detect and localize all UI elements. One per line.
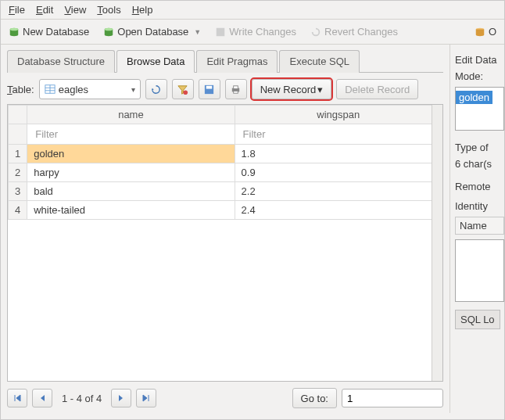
identity-label: Identity <box>455 200 504 212</box>
menu-file[interactable]: File <box>9 4 25 16</box>
row-number[interactable]: 2 <box>9 163 27 182</box>
filter-wingspan-cell[interactable] <box>235 124 442 145</box>
mode-label: Mode: <box>455 70 504 82</box>
delete-record-button: Delete Record <box>336 79 418 99</box>
write-changes-label: Write Changes <box>229 26 296 38</box>
svg-rect-14 <box>234 85 238 88</box>
clear-filters-button[interactable] <box>172 79 194 99</box>
database-new-icon <box>9 27 20 38</box>
write-changes-icon <box>215 27 226 38</box>
side-panel: Edit Data Mode: golden Type of 6 char(s … <box>449 45 504 413</box>
column-header-name[interactable]: name <box>27 106 235 124</box>
data-table[interactable]: name wingspan 1golden1.82harpy0.93bald2.… <box>8 105 442 220</box>
svg-point-3 <box>105 27 113 31</box>
new-database-label: New Database <box>23 26 89 38</box>
prev-page-icon <box>38 394 46 402</box>
revert-changes-button: Revert Changes <box>310 26 398 38</box>
row-number[interactable]: 1 <box>9 145 27 163</box>
tab-bar: Database Structure Browse Data Edit Prag… <box>7 49 443 73</box>
cell-value[interactable]: golden <box>456 91 492 104</box>
database-project-icon <box>475 27 485 38</box>
funnel-clear-icon <box>177 84 188 95</box>
new-record-button[interactable]: New Record▾ <box>252 79 332 99</box>
revert-changes-label: Revert Changes <box>324 26 398 38</box>
print-icon <box>230 84 242 95</box>
chevron-down-icon[interactable]: ▾ <box>317 84 323 95</box>
data-table-container: name wingspan 1golden1.82harpy0.93bald2.… <box>7 104 443 382</box>
svg-rect-12 <box>206 85 213 88</box>
column-header-wingspan[interactable]: wingspan <box>235 106 442 124</box>
svg-rect-4 <box>217 27 225 36</box>
cell-wingspan[interactable]: 1.8 <box>235 145 442 163</box>
database-open-icon <box>103 27 114 38</box>
first-page-icon <box>13 393 22 403</box>
refresh-button[interactable] <box>145 79 167 99</box>
prev-page-button[interactable] <box>32 389 52 407</box>
table-row[interactable]: 1golden1.8 <box>9 145 442 163</box>
tab-browse-data[interactable]: Browse Data <box>116 50 195 73</box>
menu-help[interactable]: Help <box>132 4 153 16</box>
cell-wingspan[interactable]: 2.2 <box>235 182 442 201</box>
table-row[interactable]: 2harpy0.9 <box>9 163 442 182</box>
next-page-icon <box>117 394 125 402</box>
pager: 1 - 4 of 4 Go to: <box>7 388 443 408</box>
table-row[interactable]: 3bald2.2 <box>9 182 442 201</box>
name-column-header: Name <box>455 217 504 235</box>
table-row[interactable]: 4white-tailed2.4 <box>9 201 442 220</box>
cell-name[interactable]: white-tailed <box>27 201 235 220</box>
table-icon <box>45 84 56 95</box>
cell-name[interactable]: bald <box>27 182 235 201</box>
vertical-scrollbar[interactable] <box>432 105 442 381</box>
cell-name[interactable]: harpy <box>27 163 235 182</box>
type-line2: 6 char(s <box>455 158 504 170</box>
filter-name-input[interactable] <box>34 127 227 141</box>
print-button[interactable] <box>225 79 247 99</box>
row-header-corner <box>9 106 27 124</box>
tab-edit-pragmas[interactable]: Edit Pragmas <box>196 50 278 73</box>
last-page-icon <box>141 393 151 403</box>
menu-edit[interactable]: Edit <box>36 4 53 16</box>
filter-name-cell[interactable] <box>27 124 235 145</box>
tab-execute-sql[interactable]: Execute SQL <box>279 50 360 73</box>
tab-database-structure[interactable]: Database Structure <box>7 50 115 73</box>
save-table-button[interactable] <box>199 79 220 99</box>
type-line1: Type of <box>455 142 504 153</box>
open-database-button[interactable]: Open Database ▼ <box>103 26 201 38</box>
goto-button[interactable]: Go to: <box>292 388 337 408</box>
open-project-label: O <box>489 26 496 38</box>
goto-input[interactable] <box>342 389 443 407</box>
browse-toolbar: Table: eagles New Record▾ Del <box>7 79 443 99</box>
remote-list[interactable] <box>455 239 504 302</box>
main-toolbar: New Database Open Database ▼ Write Chang… <box>1 20 504 45</box>
row-number[interactable]: 3 <box>9 182 27 201</box>
filter-wingspan-input[interactable] <box>242 127 435 141</box>
refresh-icon <box>150 84 162 95</box>
menu-bar: File Edit View Tools Help <box>1 1 504 20</box>
save-icon <box>203 84 215 95</box>
row-number[interactable]: 4 <box>9 201 27 220</box>
open-project-button[interactable]: O <box>475 26 496 38</box>
menu-tools[interactable]: Tools <box>97 4 120 16</box>
new-database-button[interactable]: New Database <box>9 26 89 38</box>
edit-cell-title: Edit Data <box>455 54 504 66</box>
filter-row-corner <box>9 124 27 145</box>
cell-name[interactable]: golden <box>27 145 235 163</box>
table-select[interactable]: eagles <box>39 79 141 99</box>
revert-changes-icon <box>310 27 321 38</box>
cell-wingspan[interactable]: 0.9 <box>235 163 442 182</box>
sql-log-button[interactable]: SQL Lo <box>455 310 500 329</box>
new-record-label: New Record <box>260 84 317 95</box>
table-name: eagles <box>59 84 88 95</box>
cell-wingspan[interactable]: 2.4 <box>235 201 442 220</box>
write-changes-button: Write Changes <box>215 26 296 38</box>
remote-label: Remote <box>455 181 504 192</box>
svg-rect-15 <box>234 91 238 93</box>
last-page-button[interactable] <box>136 389 156 407</box>
table-label: Table: <box>7 84 34 95</box>
menu-view[interactable]: View <box>64 4 86 16</box>
next-page-button[interactable] <box>111 389 131 407</box>
page-range: 1 - 4 of 4 <box>62 393 102 404</box>
svg-point-1 <box>10 27 19 31</box>
first-page-button[interactable] <box>7 389 27 407</box>
chevron-down-icon[interactable]: ▼ <box>194 28 201 36</box>
